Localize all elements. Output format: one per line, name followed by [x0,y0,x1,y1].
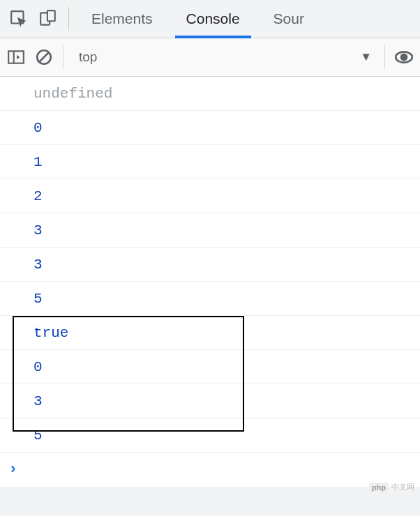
console-line: true [0,316,420,350]
console-line: undefined [0,77,420,111]
context-selector[interactable]: top ▼ [73,50,375,65]
console-value: 3 [33,222,43,238]
tab-elements[interactable]: Elements [75,0,170,38]
console-line: 0 [0,350,420,384]
live-expression-icon[interactable] [395,48,413,66]
clear-console-icon[interactable] [35,48,53,66]
console-value: true [33,325,68,341]
device-toggle-icon[interactable] [39,10,57,28]
console-prompt[interactable]: › [0,453,420,487]
svg-rect-3 [8,51,24,63]
tab-sources[interactable]: Sour [257,0,304,38]
console-value: 5 [33,291,43,307]
tab-label: Sour [273,10,304,27]
console-value: 2 [33,188,43,204]
tab-label: Elements [91,10,153,27]
sidebar-toggle-icon[interactable] [7,48,25,66]
console-value: 5 [33,427,43,443]
console-line: 3 [0,213,420,248]
watermark: php 中文网 [369,482,414,492]
devtools-tab-bar: Elements Console Sour [0,0,420,38]
console-line: 1 [0,145,420,179]
context-label: top [79,50,97,65]
console-line: 5 [0,282,420,316]
console-value: 3 [33,393,43,409]
toolbar-left-icons [0,0,63,38]
console-line: 3 [0,248,420,282]
console-value: undefined [33,86,112,102]
console-value: 0 [33,120,43,136]
console-value: 1 [33,154,43,170]
console-line: 3 [0,384,420,418]
console-line: 2 [0,179,420,213]
watermark-label: 中文网 [391,482,414,492]
divider [68,7,69,31]
watermark-brand: php [369,483,389,492]
console-value: 0 [33,359,43,375]
svg-line-6 [40,53,49,62]
console-output: undefined 0 1 2 3 3 5 true 0 3 5 › [0,77,420,487]
chevron-down-icon: ▼ [360,50,372,64]
inspect-icon[interactable] [10,10,28,28]
tab-label: Console [186,10,240,27]
tab-console[interactable]: Console [170,0,257,38]
console-line: 5 [0,418,420,453]
divider [63,45,63,69]
divider [384,45,385,69]
svg-rect-2 [47,10,55,21]
chevron-right-icon: › [8,461,17,478]
annotated-region: true 0 3 5 [0,316,420,453]
svg-point-7 [400,54,408,61]
console-value: 3 [33,257,43,273]
console-line: 0 [0,111,420,145]
console-toolbar: top ▼ [0,38,420,77]
